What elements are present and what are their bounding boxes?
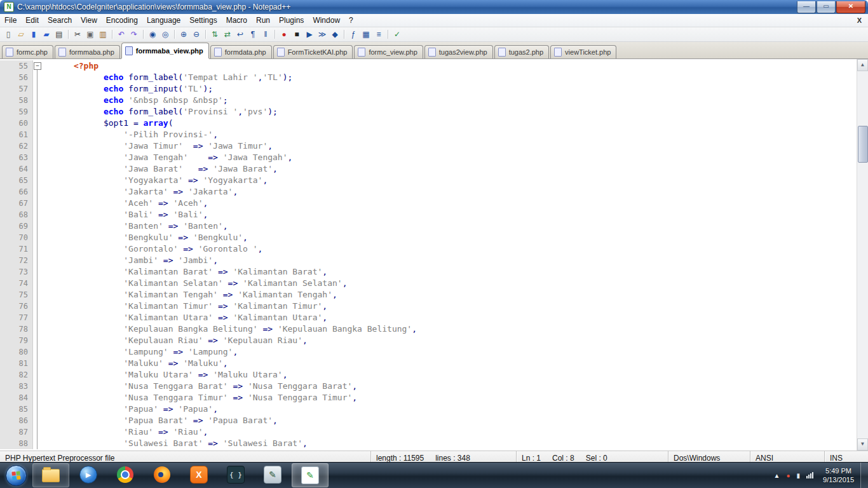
line-number[interactable]: 63 <box>0 152 33 163</box>
find-icon[interactable]: ◉ <box>147 29 158 40</box>
security-alert-icon[interactable]: ● <box>787 472 790 479</box>
line-number[interactable]: 77 <box>0 312 33 323</box>
line-number[interactable]: 70 <box>0 232 33 243</box>
replace-icon[interactable]: ◎ <box>159 29 171 40</box>
chrome-taskbar-button[interactable] <box>107 463 143 486</box>
line-number[interactable]: 81 <box>0 358 33 369</box>
print-icon[interactable]: ▤ <box>53 29 65 40</box>
media-player-taskbar-button[interactable] <box>71 463 106 486</box>
tab-formc.php[interactable]: formc.php <box>2 45 53 58</box>
scrollbar-thumb[interactable] <box>858 126 868 163</box>
menu-item-language[interactable]: Language <box>142 14 185 27</box>
line-number[interactable]: 71 <box>0 243 33 255</box>
copy-icon[interactable]: ▣ <box>85 29 96 40</box>
tab-FormTicketKAI.php[interactable]: FormTicketKAI.php <box>273 45 353 58</box>
function-list-icon[interactable]: ƒ <box>348 29 359 40</box>
line-number[interactable]: 74 <box>0 278 33 289</box>
code-text[interactable]: 'Maluku Utara' => 'Maluku Utara', <box>42 369 857 381</box>
tab-formdata.php[interactable]: formdata.php <box>210 45 272 58</box>
line-number[interactable]: 87 <box>0 426 33 438</box>
code-text[interactable]: echo '&nbsp &nbsp &nbsp'; <box>42 95 857 106</box>
line-number[interactable]: 85 <box>0 403 33 415</box>
tab-tugas2.php[interactable]: tugas2.php <box>494 45 549 58</box>
line-number[interactable]: 73 <box>0 266 33 278</box>
code-text[interactable]: 'Riau' => 'Riau', <box>42 426 857 438</box>
code-text[interactable]: 'Jakarta' => 'Jakarta', <box>42 186 857 198</box>
line-number[interactable]: 80 <box>0 346 33 358</box>
code-text[interactable]: $opt1 = array( <box>42 118 857 129</box>
maximize-button[interactable]: ▭ <box>817 1 836 13</box>
zoom-out-icon[interactable]: ⊖ <box>191 29 202 40</box>
notepadpp-taskbar-button[interactable]: ✎ <box>292 463 329 487</box>
menu-item-view[interactable]: View <box>76 14 102 27</box>
code-text[interactable]: 'Aceh' => 'Aceh', <box>42 198 857 209</box>
line-number[interactable]: 82 <box>0 369 33 381</box>
line-number[interactable]: 64 <box>0 163 33 175</box>
code-text[interactable]: 'Gorontalo' => 'Gorontalo ', <box>42 243 857 255</box>
line-number[interactable]: 79 <box>0 335 33 346</box>
line-number[interactable]: 65 <box>0 175 33 186</box>
line-number[interactable]: 60 <box>0 118 33 129</box>
code-text[interactable]: 'Nusa Tenggara Timur' => 'Nusa Tenggara … <box>42 392 857 403</box>
code-text[interactable]: 'Nusa Tenggara Barat' => 'Nusa Tenggara … <box>42 381 857 392</box>
menu-item-file[interactable]: File <box>0 14 21 27</box>
line-number[interactable]: 83 <box>0 381 33 392</box>
line-number[interactable]: 68 <box>0 209 33 220</box>
close-document-button[interactable]: X <box>851 17 868 24</box>
start-button[interactable] <box>6 465 27 486</box>
code-text[interactable]: 'Kalimantan Selatan' => 'Kalimantan Sela… <box>42 278 857 289</box>
code-text[interactable]: 'Bengkulu' => 'Bengkulu', <box>42 232 857 243</box>
fold-margin[interactable]: − <box>33 60 42 72</box>
code-text[interactable]: 'Kepulauan Bangka Belitung' => 'Kepulaua… <box>42 323 857 335</box>
line-number[interactable]: 76 <box>0 301 33 312</box>
code-text[interactable]: 'Kalimantan Tengah' => 'Kalimantan Tenga… <box>42 289 857 301</box>
line-number[interactable]: 62 <box>0 140 33 152</box>
menu-item-macro[interactable]: Macro <box>222 14 252 27</box>
code-text[interactable]: 'Papua Barat' => 'Papua Barat', <box>42 415 857 426</box>
code-text[interactable]: <?php <box>42 60 857 72</box>
menu-item-plugins[interactable]: Plugins <box>275 14 308 27</box>
menu-item-search[interactable]: Search <box>43 14 76 27</box>
line-number[interactable]: 67 <box>0 198 33 209</box>
code-text[interactable]: echo form_label('Provinsi ','pvs'); <box>42 106 857 118</box>
paste-icon[interactable]: ▥ <box>97 29 109 40</box>
menu-item-window[interactable]: Window <box>308 14 344 27</box>
minimize-button[interactable]: — <box>797 1 816 13</box>
run-macro-multiple-icon[interactable]: ≫ <box>316 29 328 40</box>
tab-formmaba.php[interactable]: formmaba.php <box>55 45 120 58</box>
code-text[interactable]: 'Maluku' => 'Maluku', <box>42 358 857 369</box>
redo-icon[interactable]: ↷ <box>128 29 140 40</box>
line-number[interactable]: 86 <box>0 415 33 426</box>
taskbar-clock[interactable]: 5:49 PM 9/13/2015 <box>817 466 860 484</box>
menu-item-help[interactable]: ? <box>344 14 358 27</box>
play-macro-icon[interactable]: ▶ <box>304 29 315 40</box>
record-macro-icon[interactable]: ● <box>278 29 290 40</box>
save-macro-icon[interactable]: ◆ <box>329 29 341 40</box>
line-number[interactable]: 88 <box>0 438 33 449</box>
network-icon[interactable] <box>806 472 813 478</box>
code-text[interactable]: 'Sulawesi Barat' => 'Sulawesi Barat', <box>42 438 857 449</box>
word-wrap-icon[interactable]: ↩ <box>234 29 246 40</box>
design-tool-taskbar-button[interactable]: ✎ <box>255 463 290 486</box>
title-bar[interactable]: N C:\xampp\htdocs\CodeIgniter\applicatio… <box>0 0 868 14</box>
code-text[interactable]: 'Jawa Barat' => 'Jawa Barat', <box>42 163 857 175</box>
open-file-icon[interactable]: ▱ <box>15 29 27 40</box>
code-text[interactable]: echo form_input('TL'); <box>42 83 857 95</box>
tab-formc_view.php[interactable]: formc_view.php <box>354 45 423 58</box>
new-file-icon[interactable]: ▯ <box>3 29 14 40</box>
line-number[interactable]: 84 <box>0 392 33 403</box>
code-text[interactable]: 'Banten' => 'Banten', <box>42 220 857 232</box>
code-text[interactable]: 'Yogyakarta' => 'Yogyakarta', <box>42 175 857 186</box>
line-number[interactable]: 78 <box>0 323 33 335</box>
menu-item-edit[interactable]: Edit <box>21 14 43 27</box>
scroll-up-arrow-icon[interactable]: ▲ <box>857 59 868 71</box>
code-text[interactable]: 'Kalimantan Timur' => 'Kalimantan Timur'… <box>42 301 857 312</box>
save-file-icon[interactable]: ▮ <box>28 29 39 40</box>
menu-item-encoding[interactable]: Encoding <box>102 14 142 27</box>
code-editor-taskbar-button[interactable]: { } <box>218 463 254 486</box>
line-number[interactable]: 69 <box>0 220 33 232</box>
sync-horizontal-icon[interactable]: ⇄ <box>222 29 233 40</box>
save-all-icon[interactable]: ▰ <box>41 29 52 40</box>
code-text[interactable]: 'Jambi' => 'Jambi', <box>42 255 857 266</box>
show-all-characters-icon[interactable]: ¶ <box>247 29 259 40</box>
